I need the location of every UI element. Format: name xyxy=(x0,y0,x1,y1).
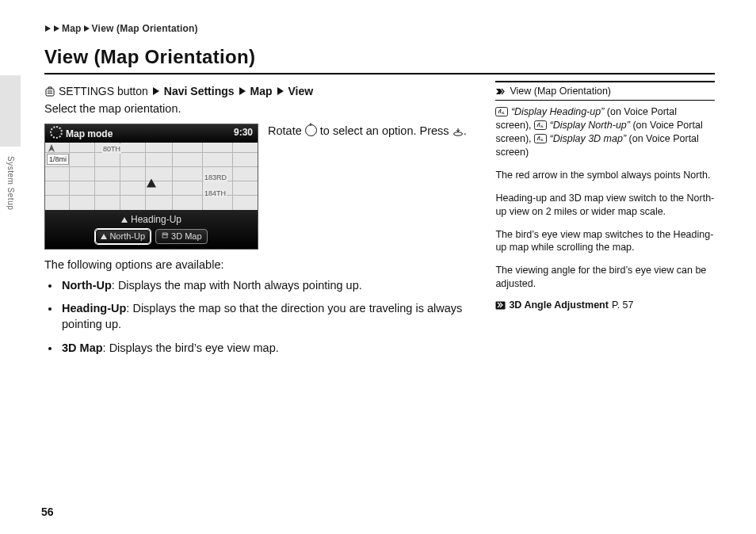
voice-cmd: “Display North-up” xyxy=(550,120,630,131)
section-tab-label: System Setup xyxy=(5,156,16,210)
option-name: North-Up xyxy=(62,279,112,292)
voice-icon: ≤ xyxy=(534,134,547,143)
heading-icon xyxy=(121,217,128,223)
north-icon xyxy=(101,234,107,239)
cube-icon xyxy=(161,231,169,242)
page-number: 56 xyxy=(41,505,54,520)
xref-icon xyxy=(495,301,506,310)
option-name: 3D Map xyxy=(62,341,103,354)
current-heading-label: Heading-Up xyxy=(131,213,181,226)
menu-path-step: SETTINGS button xyxy=(59,84,148,99)
voice-icon: ≤ xyxy=(495,107,508,116)
svg-text:≤: ≤ xyxy=(502,110,506,115)
svg-text:≤: ≤ xyxy=(540,137,544,142)
rotary-dial-icon xyxy=(305,124,317,136)
street-label: 80TH xyxy=(102,144,121,154)
screen-mode-label: Map mode xyxy=(66,128,113,139)
instruction-text: Rotate to select an option. Press . xyxy=(268,124,467,139)
breadcrumb-arrow-icon xyxy=(54,25,59,32)
gear-icon xyxy=(50,126,63,139)
svg-point-6 xyxy=(453,132,462,135)
voice-cmd: “Display 3D map” xyxy=(550,133,627,144)
manual-page: System Setup Map View (Map Orientation) … xyxy=(0,0,756,534)
svg-rect-5 xyxy=(162,235,167,238)
breadcrumb-arrow-icon xyxy=(45,25,51,32)
cross-reference: 3D Angle Adjustment P. 57 xyxy=(495,299,715,312)
svg-marker-3 xyxy=(48,144,55,152)
side-heading: View (Map Orientation) xyxy=(495,81,715,101)
path-arrow-icon xyxy=(239,87,246,95)
option-label: North-Up xyxy=(109,231,145,242)
voice-commands: ≤ “Display Heading-up” (on Voice Portal … xyxy=(495,105,715,159)
svg-rect-0 xyxy=(46,89,54,96)
section-tab: System Setup xyxy=(0,75,21,147)
instruction-part: to select an option. Press xyxy=(317,124,452,137)
options-intro: The following options are available: xyxy=(44,257,467,273)
svg-rect-1 xyxy=(48,91,52,92)
instruction-part: Rotate xyxy=(268,124,305,137)
path-arrow-icon xyxy=(277,87,284,95)
side-note: The viewing angle for the bird’s eye vie… xyxy=(495,264,715,291)
note-icon xyxy=(495,87,506,96)
intro-text: Select the map orientation. xyxy=(44,101,467,117)
vehicle-marker-icon xyxy=(147,179,156,188)
screen-scale: 1/8mi xyxy=(47,154,69,165)
push-knob-icon xyxy=(452,128,464,136)
instruction-part: . xyxy=(464,124,467,137)
path-arrow-icon xyxy=(153,87,159,95)
list-item: 3D Map: Displays the bird’s eye view map… xyxy=(60,341,467,357)
screen-map: 1/8mi 80TH 183RD 184TH xyxy=(45,143,258,210)
street-label: 184TH xyxy=(204,189,227,198)
screen-mock: Map mode 9:30 xyxy=(44,124,258,250)
menu-path: SETTINGS button Navi Settings Map View xyxy=(44,84,467,99)
svg-rect-2 xyxy=(48,93,52,93)
list-item: North-Up: Displays the map with North al… xyxy=(60,278,467,294)
voice-cmd: “Display Heading-up” xyxy=(511,106,604,117)
option-name: Heading-Up xyxy=(62,302,126,315)
option-north-up: North-Up xyxy=(95,229,151,244)
voice-icon: ≤ xyxy=(534,120,547,130)
screen-footer: Heading-Up North-Up 3D Map xyxy=(45,210,258,249)
option-desc: : Displays the map with North always poi… xyxy=(112,279,362,292)
running-head-seg: View (Map Orientation) xyxy=(92,22,198,35)
menu-path-step: Navi Settings xyxy=(164,84,235,99)
menu-path-step: View xyxy=(288,84,314,99)
svg-text:≤: ≤ xyxy=(540,124,544,128)
side-note: The red arrow in the symbol always point… xyxy=(495,169,715,182)
breadcrumb-arrow-icon xyxy=(84,25,90,32)
option-3d-map: 3D Map xyxy=(155,229,208,244)
side-column: View (Map Orientation) ≤ “Display Headin… xyxy=(495,81,715,364)
page-title: View (Map Orientation) xyxy=(44,44,715,74)
street-label: 183RD xyxy=(204,173,227,182)
option-desc: : Displays the bird’s eye view map. xyxy=(103,341,279,354)
side-heading-text: View (Map Orientation) xyxy=(510,85,611,98)
side-note: The bird’s eye view map switches to the … xyxy=(495,228,715,255)
list-item: Heading-Up: Displays the map so that the… xyxy=(60,301,467,332)
running-head-seg: Map xyxy=(62,22,82,35)
main-column: SETTINGS button Navi Settings Map View S… xyxy=(44,81,467,364)
option-label: 3D Map xyxy=(171,231,202,242)
running-head: Map View (Map Orientation) xyxy=(44,22,715,35)
side-note: Heading-up and 3D map view switch to the… xyxy=(495,192,715,219)
options-list: North-Up: Displays the map with North al… xyxy=(44,278,467,356)
screen-titlebar: Map mode 9:30 xyxy=(45,124,258,143)
settings-button-icon xyxy=(44,86,55,97)
xref-page: P. 57 xyxy=(612,299,634,312)
xref-label: 3D Angle Adjustment xyxy=(509,299,608,312)
screen-clock: 9:30 xyxy=(234,126,253,140)
menu-path-step: Map xyxy=(250,84,273,99)
